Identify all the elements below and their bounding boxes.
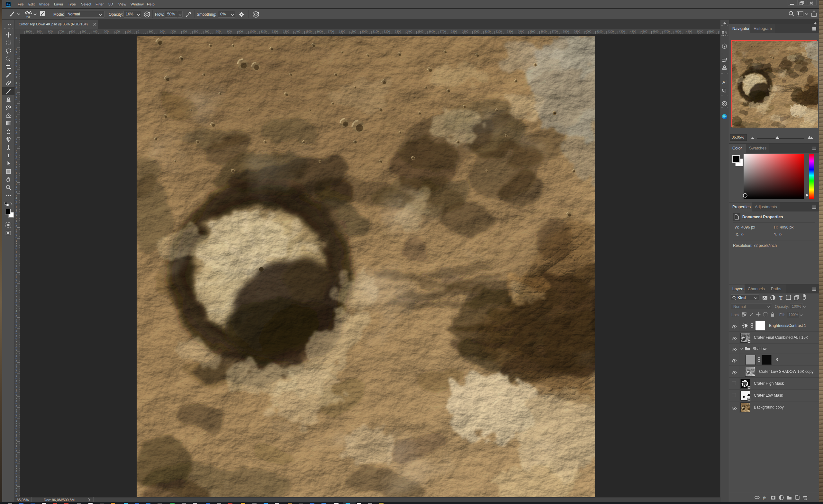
svg-text:0: 0 bbox=[16, 315, 17, 318]
svg-text:0: 0 bbox=[138, 30, 139, 33]
svg-text:1700: 1700 bbox=[328, 30, 334, 33]
svg-text:0: 0 bbox=[16, 109, 17, 112]
svg-text:0: 0 bbox=[16, 270, 17, 273]
svg-text:0: 0 bbox=[16, 64, 17, 67]
svg-text:0: 0 bbox=[16, 247, 17, 250]
svg-text:0: 0 bbox=[16, 179, 17, 182]
svg-text:800: 800 bbox=[48, 30, 53, 33]
svg-text:0: 0 bbox=[16, 213, 17, 216]
svg-text:400: 400 bbox=[182, 30, 187, 33]
svg-text:0: 0 bbox=[16, 168, 17, 171]
svg-text:2000: 2000 bbox=[361, 30, 367, 33]
svg-text:0: 0 bbox=[16, 495, 17, 497]
svg-text:2300: 2300 bbox=[395, 30, 401, 33]
svg-text:0: 0 bbox=[16, 259, 17, 261]
svg-text:2600: 2600 bbox=[429, 30, 435, 33]
svg-text:0: 0 bbox=[16, 202, 17, 205]
svg-text:4000: 4000 bbox=[585, 30, 591, 33]
svg-text:100: 100 bbox=[126, 30, 131, 33]
svg-text:2400: 2400 bbox=[406, 30, 412, 33]
svg-text:200: 200 bbox=[160, 30, 165, 33]
svg-text:4700: 4700 bbox=[664, 30, 670, 33]
svg-text:0: 0 bbox=[16, 439, 17, 441]
svg-text:200: 200 bbox=[115, 30, 120, 33]
svg-text:0: 0 bbox=[16, 371, 17, 374]
svg-text:1000: 1000 bbox=[26, 30, 32, 33]
svg-text:0: 0 bbox=[16, 360, 17, 363]
svg-text:800: 800 bbox=[227, 30, 232, 33]
svg-text:4100: 4100 bbox=[596, 30, 603, 33]
svg-text:0: 0 bbox=[16, 53, 17, 56]
svg-text:3700: 3700 bbox=[552, 30, 558, 33]
svg-text:4800: 4800 bbox=[675, 30, 681, 33]
svg-text:3800: 3800 bbox=[563, 30, 569, 33]
svg-text:0: 0 bbox=[16, 461, 17, 464]
svg-text:A: A bbox=[722, 80, 725, 85]
svg-text:900: 900 bbox=[238, 30, 243, 33]
svg-text:fx: fx bbox=[763, 495, 766, 500]
svg-text:4200: 4200 bbox=[608, 30, 614, 33]
svg-text:3900: 3900 bbox=[574, 30, 580, 33]
svg-text:500: 500 bbox=[193, 30, 198, 33]
svg-text:0: 0 bbox=[16, 281, 17, 284]
svg-text:5100: 5100 bbox=[708, 30, 714, 33]
svg-text:0: 0 bbox=[16, 75, 17, 78]
svg-text:300: 300 bbox=[171, 30, 176, 33]
svg-text:3300: 3300 bbox=[507, 30, 513, 33]
svg-text:3600: 3600 bbox=[540, 30, 546, 33]
svg-text:0: 0 bbox=[16, 292, 17, 295]
svg-text:0: 0 bbox=[16, 37, 17, 39]
svg-text:1400: 1400 bbox=[294, 30, 300, 33]
svg-text:0: 0 bbox=[16, 191, 17, 193]
svg-text:3400: 3400 bbox=[518, 30, 524, 33]
svg-text:1000: 1000 bbox=[250, 30, 256, 33]
svg-text:4600: 4600 bbox=[652, 30, 658, 33]
svg-text:0: 0 bbox=[16, 483, 17, 486]
svg-text:700: 700 bbox=[216, 30, 220, 33]
svg-text:0: 0 bbox=[16, 450, 17, 453]
svg-text:3100: 3100 bbox=[484, 30, 491, 33]
svg-text:1200: 1200 bbox=[272, 30, 278, 33]
svg-text:0: 0 bbox=[16, 143, 17, 146]
svg-text:3000: 3000 bbox=[473, 30, 479, 33]
svg-text:0: 0 bbox=[16, 337, 17, 340]
svg-text:0: 0 bbox=[16, 303, 17, 306]
svg-text:3500: 3500 bbox=[529, 30, 535, 33]
svg-text:2100: 2100 bbox=[373, 30, 379, 33]
svg-text:5000: 5000 bbox=[697, 30, 703, 33]
svg-text:3200: 3200 bbox=[496, 30, 502, 33]
svg-text:0: 0 bbox=[16, 225, 17, 227]
svg-text:4500: 4500 bbox=[641, 30, 647, 33]
svg-text:0: 0 bbox=[16, 348, 17, 351]
svg-text:400: 400 bbox=[93, 30, 98, 33]
svg-text:0: 0 bbox=[16, 236, 17, 239]
svg-text:4300: 4300 bbox=[619, 30, 625, 33]
svg-text:0: 0 bbox=[16, 87, 17, 90]
svg-text:0: 0 bbox=[16, 98, 17, 101]
svg-text:1600: 1600 bbox=[317, 30, 323, 33]
svg-text:T: T bbox=[779, 295, 783, 301]
svg-text:600: 600 bbox=[205, 30, 209, 33]
svg-text:0: 0 bbox=[16, 393, 17, 396]
svg-text:0: 0 bbox=[16, 121, 17, 124]
svg-text:700: 700 bbox=[59, 30, 64, 33]
svg-text:1500: 1500 bbox=[305, 30, 312, 33]
svg-text:0: 0 bbox=[16, 472, 17, 475]
svg-text:2700: 2700 bbox=[440, 30, 446, 33]
svg-text:0: 0 bbox=[16, 132, 17, 135]
svg-text:4400: 4400 bbox=[630, 30, 636, 33]
svg-text:100: 100 bbox=[149, 30, 153, 33]
svg-text:4900: 4900 bbox=[686, 30, 692, 33]
svg-text:0: 0 bbox=[16, 382, 17, 385]
svg-text:500: 500 bbox=[81, 30, 86, 33]
svg-text:0: 0 bbox=[16, 416, 17, 419]
svg-text:900: 900 bbox=[37, 30, 41, 33]
svg-text:1800: 1800 bbox=[339, 30, 345, 33]
svg-text:2500: 2500 bbox=[417, 30, 424, 33]
svg-text:600: 600 bbox=[70, 30, 75, 33]
svg-text:1100: 1100 bbox=[261, 30, 267, 33]
svg-text:T: T bbox=[7, 153, 10, 158]
svg-text:0: 0 bbox=[16, 427, 17, 430]
svg-text:1900: 1900 bbox=[350, 30, 356, 33]
svg-text:0: 0 bbox=[16, 157, 17, 160]
